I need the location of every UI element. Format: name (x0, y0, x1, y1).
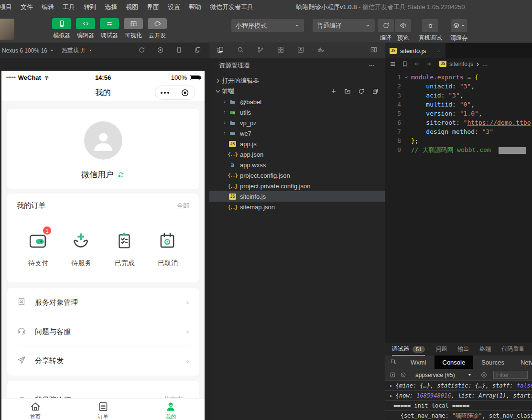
tree-item-we7[interactable]: we7 (209, 128, 385, 139)
console-row-0[interactable]: ▶ {mine: {…}, statistic: {…}, staff: fal… (385, 381, 532, 391)
expand-caret-icon[interactable]: ▶ (390, 384, 392, 388)
expand-caret-icon[interactable]: ▶ (390, 394, 392, 398)
user-avatar[interactable] (0, 19, 14, 40)
refresh-icon[interactable] (358, 88, 365, 95)
activity-whale-button[interactable] (317, 46, 325, 55)
fold-chevron-icon[interactable] (401, 73, 411, 82)
folder-icon (228, 109, 237, 116)
console-filter-input[interactable] (493, 371, 528, 379)
back-arrow-icon[interactable] (413, 61, 420, 67)
menu-item-6[interactable]: 视图 (121, 3, 142, 11)
code-editor[interactable]: 1 module.exports = { 2 uniacid: "3", 3 a… (385, 69, 532, 154)
editor-tab-siteinfo[interactable]: JS siteinfo.js (385, 43, 445, 58)
sim-windows-button[interactable] (194, 46, 201, 55)
more-button[interactable] (155, 92, 175, 94)
order-item-calendar[interactable]: 已取消 (146, 231, 189, 268)
avatar[interactable] (84, 121, 122, 160)
menu-item-5[interactable]: 选择 (100, 3, 121, 11)
bookmark-icon[interactable] (402, 61, 408, 67)
project-root-section[interactable]: 前端 (209, 86, 385, 97)
activity-sq-button[interactable] (297, 46, 304, 55)
collapse-panel-button[interactable] (370, 46, 378, 55)
sim-refresh-button[interactable] (138, 46, 145, 55)
eye-action-button[interactable]: 预览 (395, 18, 411, 42)
layers-action-button[interactable]: 清缓存 (450, 18, 467, 42)
live-expression-eye-icon[interactable] (481, 372, 487, 378)
tree-item-project.private.config.json[interactable]: {..}project.private.config.json (209, 181, 385, 191)
activity-search-button[interactable] (237, 46, 244, 55)
sync-icon[interactable] (117, 171, 125, 179)
clear-console-icon[interactable] (400, 372, 406, 378)
toolbar-cloud-button[interactable]: 云开发 (146, 18, 168, 40)
eager-eval-icon[interactable] (390, 372, 396, 378)
menu-item-10[interactable]: 微信开发者工具 (206, 3, 258, 11)
console-row-1[interactable]: ▶ {now: 1685948016, list: Array(1), star… (385, 391, 532, 401)
toolbar-sliders-button[interactable]: 调试器 (98, 18, 120, 40)
menu-row-idcard[interactable]: 服务对象管理 › (17, 288, 189, 317)
mode-select[interactable]: 小程序模式 (231, 19, 304, 32)
device-select[interactable]: Nexus 6 100% 16 (0, 47, 58, 54)
orders-all-link[interactable]: 全部 (177, 202, 189, 210)
toolbar-layout-button[interactable]: 可视化 (122, 18, 144, 40)
inspector-tab-Sources[interactable]: Sources (473, 355, 512, 369)
devtools-tab-输出[interactable]: 输出 (457, 343, 469, 355)
menu-item-7[interactable]: 界面 (142, 3, 163, 11)
forward-arrow-icon[interactable] (425, 61, 432, 67)
hot-reload-toggle[interactable]: 热重载 开 (58, 46, 97, 54)
toolbar-phone-button[interactable]: 模拟器 (51, 18, 73, 40)
minimize-button[interactable] (175, 88, 195, 97)
tree-item-app.json[interactable]: {..}app.json (209, 149, 385, 160)
tree-item-@babel[interactable]: @babel (209, 97, 385, 107)
sim-record-button[interactable] (157, 46, 164, 55)
inspector-tab-Console[interactable]: Console (434, 355, 474, 369)
inspector-tab-Wxml[interactable]: Wxml (402, 355, 434, 369)
activity-grid-button[interactable] (277, 46, 284, 55)
activity-files-button[interactable] (217, 46, 224, 55)
tabbar-person[interactable]: 我的 (137, 398, 205, 420)
menu-item-4[interactable]: 转到 (79, 3, 100, 11)
close-icon[interactable] (436, 48, 441, 54)
outline-list-icon[interactable] (390, 61, 396, 67)
tree-item-sitemap.json[interactable]: {..}sitemap.json (209, 202, 385, 212)
order-item-hands[interactable]: 待服务 (60, 231, 103, 268)
activity-git-button[interactable] (257, 46, 264, 55)
refresh-action-button[interactable]: 编译 (378, 18, 394, 42)
breadcrumb-file[interactable]: siteinfo.js (449, 61, 473, 67)
open-editors-section[interactable]: 打开的编辑器 (209, 75, 385, 86)
context-select[interactable]: appservice (#5) (415, 372, 472, 378)
tabbar-orderlist[interactable]: 订单 (69, 398, 137, 420)
tree-item-utils[interactable]: utils (209, 107, 385, 118)
menu-row-headset[interactable]: 问题与客服 › (17, 317, 189, 346)
battery-percent: 100% (171, 74, 187, 81)
tree-item-app.js[interactable]: JSapp.js (209, 139, 385, 149)
tree-item-vp_pz[interactable]: vp_pz (209, 118, 385, 128)
bug-action-button[interactable]: 真机调试 (419, 18, 442, 42)
tree-item-project.config.json[interactable]: {..}project.config.json (209, 170, 385, 181)
menu-item-8[interactable]: 设置 (163, 3, 185, 11)
menu-item-1[interactable]: 文件 (16, 3, 37, 11)
collapse-all-icon[interactable] (372, 88, 379, 95)
toolbar-code-button[interactable]: 编辑器 (75, 18, 97, 40)
inspect-element-button[interactable] (385, 355, 402, 369)
menu-item-0[interactable]: 项目 (0, 3, 16, 11)
tree-item-app.wxss[interactable]: ϶app.wxss (209, 160, 385, 170)
ellipsis-icon[interactable] (369, 62, 375, 69)
new-folder-icon[interactable] (344, 88, 351, 95)
devtools-tab-代码质量[interactable]: 代码质量 (501, 343, 524, 355)
devtools-tab-终端[interactable]: 终端 (479, 343, 491, 355)
new-file-icon[interactable] (330, 88, 337, 95)
sim-device-button[interactable] (175, 46, 183, 55)
compile-mode-select[interactable]: 普通编译 (313, 19, 375, 32)
breadcrumb-more[interactable]: … (482, 61, 488, 67)
menu-row-send[interactable]: 分享转发 › (17, 346, 189, 376)
menu-item-9[interactable]: 帮助 (185, 3, 206, 11)
devtools-tab-问题[interactable]: 问题 (435, 343, 447, 355)
menu-item-3[interactable]: 工具 (58, 3, 79, 11)
devtools-tab-调试器[interactable]: 调试器51 (392, 343, 425, 355)
order-item-clipboard[interactable]: 已完成 (103, 231, 146, 268)
order-item-wallet[interactable]: 1 待支付 (17, 231, 60, 268)
menu-item-2[interactable]: 编辑 (37, 3, 58, 11)
inspector-tab-Network[interactable]: Network (512, 355, 532, 369)
tree-item-siteinfo.js[interactable]: JSsiteinfo.js (209, 191, 385, 202)
tabbar-home[interactable]: 首页 (1, 398, 69, 420)
